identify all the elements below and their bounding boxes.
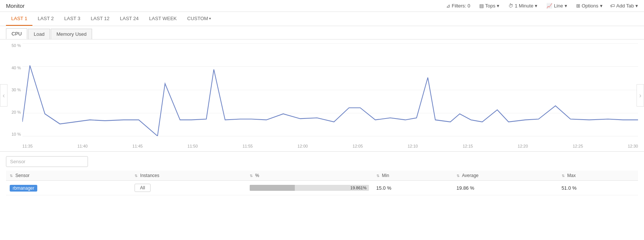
cell-max: 51.0 %	[558, 181, 638, 195]
x-label-1215: 12:15	[463, 144, 473, 148]
chevron-down-icon: ▾	[209, 16, 211, 20]
y-label-10: 10 %	[12, 132, 21, 136]
chart-next-button[interactable]: ›	[637, 84, 644, 107]
table-header-row: ⇅ Sensor ⇅ Instances ⇅ % ⇅ Min ⇅ Avera	[6, 171, 638, 181]
tab-last2[interactable]: LAST 2	[32, 12, 59, 26]
time-tabs: LAST 1 LAST 2 LAST 3 LAST 12 LAST 24 LAS…	[0, 12, 644, 26]
sort-icon: ⇅	[135, 174, 138, 178]
chart-container: ‹ 50 % 40 % 30 % 20 % 10 % 11:35 11:40 1…	[0, 40, 644, 151]
progress-bar-label: 19.861%	[350, 186, 366, 190]
col-header-average[interactable]: ⇅ Average	[453, 171, 558, 181]
cell-percent: 19.861%	[246, 181, 373, 195]
tab-last12[interactable]: LAST 12	[85, 12, 114, 26]
minute-button[interactable]: ⏱ 1 Minute ▾	[507, 2, 539, 9]
cell-min: 15.0 %	[373, 181, 453, 195]
instances-all-button[interactable]: All	[135, 184, 151, 192]
x-label-1230: 12:30	[628, 144, 638, 148]
col-header-percent[interactable]: ⇅ %	[246, 171, 373, 181]
tab-cpu[interactable]: CPU	[6, 28, 27, 39]
sort-icon: ⇅	[562, 174, 565, 178]
filters-button[interactable]: ⊿ Filters: 0	[445, 2, 472, 9]
y-label-50: 50 %	[12, 43, 21, 48]
progress-bar-fill	[250, 185, 295, 191]
chart-plot-area	[22, 43, 638, 136]
tops-icon: ▤	[479, 3, 484, 9]
add-tab-button[interactable]: 🏷 Add Tab ▾	[610, 3, 638, 9]
col-header-sensor[interactable]: ⇅ Sensor	[6, 171, 131, 181]
tab-lastweek[interactable]: LAST WEEK	[144, 12, 182, 26]
table-row: rbmanager All 19.861% 15.0 % 19.86 % 51.…	[6, 181, 638, 195]
sort-icon: ⇅	[250, 174, 253, 178]
tab-last1[interactable]: LAST 1	[6, 12, 32, 26]
col-header-max[interactable]: ⇅ Max	[558, 171, 638, 181]
tab-last24[interactable]: LAST 24	[115, 12, 144, 26]
chevron-down-icon: ▾	[635, 3, 638, 9]
cell-instances: All	[131, 181, 246, 195]
chevron-down-icon: ▾	[600, 3, 603, 9]
filter-icon: ⊿	[446, 3, 450, 9]
x-label-1140: 11:40	[78, 144, 88, 148]
cell-average: 19.86 %	[453, 181, 558, 195]
x-label-1200: 12:00	[297, 144, 308, 148]
chart-prev-button[interactable]: ‹	[0, 84, 7, 107]
sensor-badge[interactable]: rbmanager	[10, 185, 37, 192]
sort-icon: ⇅	[376, 174, 379, 178]
table-area: ⇅ Sensor ⇅ Instances ⇅ % ⇅ Min ⇅ Avera	[0, 151, 644, 200]
chevron-down-icon: ▾	[497, 3, 499, 9]
chart-line-svg	[22, 43, 638, 136]
col-header-min[interactable]: ⇅ Min	[373, 171, 453, 181]
page-title: Monitor	[6, 3, 25, 9]
search-input[interactable]	[6, 156, 88, 167]
options-button[interactable]: ⊞ Options ▾	[575, 2, 604, 9]
progress-bar: 19.861%	[250, 185, 369, 191]
tab-memory-used[interactable]: Memory Used	[51, 29, 92, 39]
sort-icon: ⇅	[10, 174, 13, 178]
x-label-1210: 12:10	[408, 144, 418, 148]
y-label-20: 20 %	[12, 110, 21, 114]
y-label-30: 30 %	[12, 88, 21, 92]
chevron-down-icon: ▾	[565, 3, 567, 9]
chevron-down-icon: ▾	[535, 3, 537, 9]
header: Monitor ⊿ Filters: 0 ▤ Tops ▾ ⏱ 1 Minute…	[0, 0, 644, 12]
sort-icon: ⇅	[457, 174, 460, 178]
x-label-1135: 11:35	[22, 144, 33, 148]
y-label-40: 40 %	[12, 66, 21, 70]
metric-tabs: CPU Load Memory Used	[0, 26, 644, 40]
tab-custom[interactable]: CUSTOM ▾	[182, 12, 216, 26]
x-label-1220: 12:20	[518, 144, 528, 148]
tab-last3[interactable]: LAST 3	[59, 12, 85, 26]
x-label-1225: 12:25	[573, 144, 583, 148]
chart-x-labels: 11:35 11:40 11:45 11:50 11:55 12:00 12:0…	[22, 144, 638, 148]
tops-button[interactable]: ▤ Tops ▾	[478, 2, 501, 9]
data-table: ⇅ Sensor ⇅ Instances ⇅ % ⇅ Min ⇅ Avera	[6, 171, 638, 195]
col-header-instances[interactable]: ⇅ Instances	[131, 171, 246, 181]
line-button[interactable]: 📈 Line ▾	[545, 2, 569, 9]
header-controls: ⊿ Filters: 0 ▤ Tops ▾ ⏱ 1 Minute ▾ 📈 Lin…	[445, 2, 638, 9]
x-label-1145: 11:45	[132, 144, 143, 148]
x-label-1155: 11:55	[243, 144, 253, 148]
chart-icon: 📈	[546, 3, 552, 9]
clock-icon: ⏱	[508, 3, 513, 9]
tab-load[interactable]: Load	[28, 29, 50, 39]
x-label-1150: 11:50	[187, 144, 198, 148]
chart-y-labels: 50 % 40 % 30 % 20 % 10 %	[6, 43, 21, 136]
x-label-1205: 12:05	[353, 144, 363, 148]
cell-sensor: rbmanager	[6, 181, 131, 195]
tag-icon: 🏷	[610, 3, 615, 9]
grid-icon: ⊞	[576, 3, 580, 9]
